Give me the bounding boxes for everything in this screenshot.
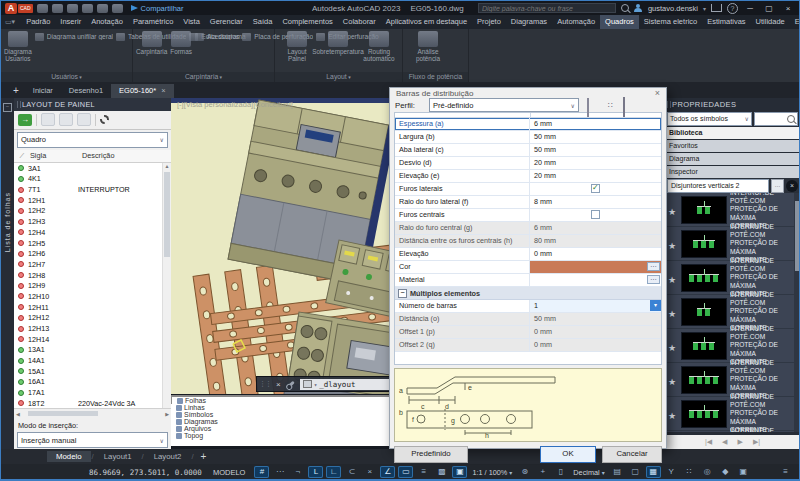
component-row[interactable]: 12H6 bbox=[14, 248, 171, 259]
ribbon-button[interactable]: Análise potência bbox=[406, 31, 450, 70]
favorite-star-icon[interactable] bbox=[666, 337, 678, 355]
properties-title[interactable]: PROPRIEDADES bbox=[664, 98, 800, 111]
ellipsis-button[interactable] bbox=[647, 262, 660, 271]
help-icon[interactable]: ? bbox=[727, 3, 738, 14]
delete-profile-button[interactable] bbox=[623, 99, 636, 112]
scroll-left-icon[interactable]: ◀ bbox=[16, 411, 20, 417]
symbol-category-field[interactable]: Disjuntores verticais 2 bbox=[667, 179, 769, 193]
checkbox[interactable] bbox=[591, 184, 600, 193]
component-row[interactable]: 12H7 bbox=[14, 259, 171, 270]
component-row[interactable]: 4K1 bbox=[14, 174, 171, 185]
property-row[interactable]: Cor ▾ bbox=[395, 261, 661, 274]
property-value-cell[interactable]: ▾ bbox=[530, 183, 661, 195]
symbol-list-item[interactable]: INTERRUP.DE POTÊ.COM PROTEÇÃO DE MÁXIMA … bbox=[664, 363, 800, 397]
properties-tab[interactable]: Inspector bbox=[665, 166, 800, 178]
component-row[interactable]: 12H12 bbox=[14, 312, 171, 323]
property-value-cell[interactable]: 1 ▾ bbox=[530, 300, 661, 312]
insert-mode-dropdown[interactable]: Inserção manual ∨ bbox=[17, 432, 168, 448]
component-row[interactable]: 12H1 bbox=[14, 195, 171, 206]
ribbon-button[interactable]: Diagrama Usuarios bbox=[4, 31, 32, 70]
property-row[interactable]: Número de barras 1 ▾ bbox=[395, 300, 661, 313]
property-value-cell[interactable]: 0 mm ▾ bbox=[530, 326, 661, 338]
property-value-cell[interactable]: 8 mm ▾ bbox=[530, 196, 661, 208]
command-close-icon[interactable]: × bbox=[273, 380, 284, 389]
ribbon-small-button[interactable]: Acessórios bbox=[195, 31, 239, 42]
status-toggle-icon[interactable]: # bbox=[254, 466, 269, 478]
ribbon-button[interactable]: Routing automático bbox=[360, 31, 398, 70]
maximize-button[interactable]: ▢ bbox=[762, 4, 776, 13]
status-toggle-icon[interactable]: ∟ bbox=[326, 466, 341, 478]
property-row[interactable]: Espessura (a) 6 mm ▾ bbox=[395, 118, 661, 131]
palette-title[interactable]: LAYOUT DE PAINEL bbox=[14, 98, 171, 111]
ribbon-tab[interactable]: Vista bbox=[178, 15, 205, 29]
status-toggle-icon[interactable]: ▣ bbox=[452, 466, 467, 478]
collapse-group-icon[interactable] bbox=[398, 289, 407, 298]
ribbon-small-button[interactable]: Diagrama unifilar geral bbox=[35, 31, 113, 42]
component-row[interactable]: 3A1 bbox=[14, 163, 171, 174]
ribbon-button[interactable]: Carpintaria bbox=[136, 31, 167, 70]
user-name[interactable]: gustavo.denski bbox=[648, 4, 698, 13]
vertical-scrollbar[interactable] bbox=[794, 193, 800, 432]
share-button[interactable]: Compartilhar bbox=[131, 4, 184, 13]
ribbon-tab[interactable]: Aplicativos em destaque bbox=[381, 15, 472, 29]
ribbon-tab[interactable]: Automação bbox=[552, 15, 600, 29]
layout-tab[interactable]: Modelo bbox=[47, 451, 91, 462]
property-value-cell[interactable]: 50 mm ▾ bbox=[530, 313, 661, 325]
profile-dropdown[interactable]: Pré-definido ∨ bbox=[429, 98, 579, 112]
vertical-scrollbar[interactable]: ▲ bbox=[162, 163, 171, 408]
ribbon-tab[interactable]: Quadros bbox=[600, 15, 639, 29]
properties-tab[interactable]: Biblioteca bbox=[665, 127, 800, 139]
search-input[interactable] bbox=[478, 3, 616, 13]
status-toggle-icon[interactable]: ⋯ bbox=[272, 466, 287, 478]
property-row[interactable]: Elevação 0 mm ▾ bbox=[395, 248, 661, 261]
panel-filter-dropdown[interactable]: Quadro ∨ bbox=[17, 132, 168, 148]
status-toggle-icon[interactable]: + bbox=[535, 466, 550, 478]
new-drawing-tab-button[interactable]: + bbox=[7, 84, 25, 98]
close-button[interactable]: × bbox=[781, 4, 795, 13]
status-toggle-icon[interactable]: ▤ bbox=[610, 466, 625, 478]
palette-tool-icon[interactable] bbox=[77, 113, 91, 126]
property-value-cell[interactable]: 6 mm ▾ bbox=[530, 222, 661, 234]
property-value-cell[interactable]: ▾ bbox=[530, 261, 661, 273]
ribbon-group-title[interactable]: Layout bbox=[275, 72, 402, 82]
symbol-list-item[interactable]: INTERRUP.DE POTÊ.COM PROTEÇÃO DE MÁXIMA … bbox=[664, 295, 800, 329]
scrollbar-thumb[interactable] bbox=[795, 201, 800, 271]
checkbox[interactable] bbox=[591, 210, 600, 219]
property-row[interactable]: Offset 2 (q) 0 mm ▾ bbox=[395, 339, 661, 352]
prev-page-icon[interactable]: ◀ bbox=[722, 438, 727, 446]
component-row[interactable]: 12H14 bbox=[14, 334, 171, 345]
component-row[interactable]: 14A1 bbox=[14, 355, 171, 366]
close-tab-icon[interactable] bbox=[161, 86, 165, 95]
collapse-strip-icon[interactable]: − bbox=[3, 103, 12, 112]
status-toggle-icon[interactable]: Y bbox=[664, 466, 679, 478]
property-value-cell[interactable]: 80 mm ▾ bbox=[530, 235, 661, 247]
new-layout-button[interactable]: + bbox=[195, 450, 213, 464]
property-value-cell[interactable]: 50 mm ▾ bbox=[530, 144, 661, 156]
symbol-list-item[interactable]: INTERRUP.DE POTÊ.COM PROTEÇÃO DE MÁXIMA … bbox=[664, 227, 800, 261]
symbol-list-item[interactable]: INTERRUP.DE POTÊ.COM PROTEÇÃO DE MÁXIMA … bbox=[664, 329, 800, 363]
column-sigla[interactable]: Sigla bbox=[30, 151, 82, 160]
undo-icon[interactable] bbox=[97, 4, 108, 13]
ribbon-tab[interactable]: Diagramas bbox=[506, 15, 552, 29]
favorite-star-icon[interactable] bbox=[666, 235, 678, 253]
property-row[interactable]: Desvio (d) 20 mm ▾ bbox=[395, 157, 661, 170]
status-toggle-icon[interactable]: ◆ bbox=[718, 466, 733, 478]
symbol-filter-dropdown[interactable]: Todos os símbolos ∨ bbox=[667, 112, 752, 126]
favorite-star-icon[interactable] bbox=[666, 269, 678, 287]
units-dropdown[interactable]: Decimal bbox=[571, 468, 606, 477]
component-row[interactable]: 17A1 bbox=[14, 387, 171, 398]
user-menu-caret-icon[interactable] bbox=[703, 4, 706, 13]
ribbon-tab[interactable]: Complementos bbox=[277, 15, 337, 29]
property-row[interactable]: Material ▾ bbox=[395, 274, 661, 287]
property-value-cell[interactable]: 0 mm ▾ bbox=[530, 339, 661, 351]
status-toggle-icon[interactable]: × bbox=[362, 466, 377, 478]
scroll-right-icon[interactable]: ▶ bbox=[165, 411, 169, 417]
component-row[interactable]: 12H3 bbox=[14, 216, 171, 227]
settings-gear-icon[interactable] bbox=[100, 115, 109, 124]
symbol-list-item[interactable]: INTERRUP.DE POTÊ.COM PROTEÇÃO DE MÁXIMA … bbox=[664, 193, 800, 227]
minimize-button[interactable]: ─ bbox=[743, 4, 757, 13]
viewport-controls-label[interactable]: [-][Vista personalizada][Conceitual] bbox=[177, 100, 293, 109]
store-cart-icon[interactable] bbox=[711, 4, 722, 12]
layout-tab[interactable]: Layout1 bbox=[95, 451, 141, 462]
ribbon-tab[interactable]: Utilidade bbox=[751, 15, 790, 29]
